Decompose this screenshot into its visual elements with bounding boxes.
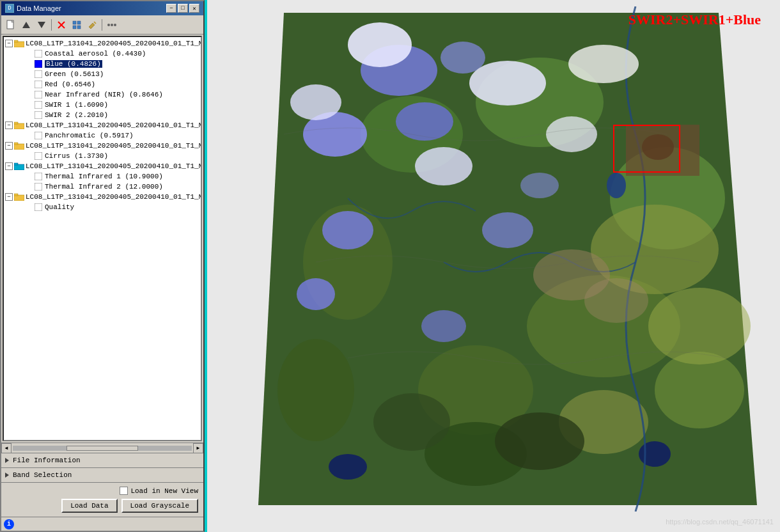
tree-node-cirrus[interactable]: Cirrus (1.3730) xyxy=(5,151,199,161)
tree-label-nir: Near Infrared (NIR) (0.8646) xyxy=(45,91,163,98)
tree-node-pan[interactable]: Panchromatic (0.5917) xyxy=(5,130,199,141)
band-icon-red xyxy=(33,80,43,89)
svg-rect-29 xyxy=(14,164,24,170)
tree-node-root3[interactable]: − LC08_L1TP_131041_20200405_20200410_01_… xyxy=(5,141,199,151)
new-view-checkbox[interactable] xyxy=(120,487,128,495)
svg-rect-27 xyxy=(14,143,18,145)
edit-button[interactable] xyxy=(85,18,99,32)
svg-rect-18 xyxy=(35,70,42,78)
tree-node-tir2[interactable]: Thermal Infrared 2 (12.0000) xyxy=(5,182,199,192)
new-view-checkbox-row: Load in New View xyxy=(120,487,198,495)
bottom-panels: File Information Band Selection xyxy=(1,453,203,483)
remove-button[interactable] xyxy=(54,18,68,32)
tree-label-cirrus: Cirrus (1.3730) xyxy=(45,152,108,160)
expander-root4[interactable]: − xyxy=(5,162,13,170)
tree-label-pan: Panchromatic (0.5917) xyxy=(45,132,134,139)
svg-point-47 xyxy=(648,288,751,364)
svg-rect-25 xyxy=(35,132,42,139)
status-bar: i xyxy=(1,517,203,531)
load-area: Load in New View Load Data Load Grayscal… xyxy=(1,483,203,517)
tree-node-tir1[interactable]: Thermal Infrared 1 (10.9000) xyxy=(5,171,199,182)
tree-area[interactable]: − LC08_L1TP_131041_20200405_20200410_01_… xyxy=(3,36,202,441)
scroll-right-button[interactable]: ▶ xyxy=(193,443,203,453)
horizontal-scrollbar[interactable]: ◀ ▶ xyxy=(1,442,203,453)
minimize-button[interactable]: − xyxy=(166,4,176,13)
new-view-label: Load in New View xyxy=(130,487,198,495)
load-buttons: Load Data Load Grayscale xyxy=(61,499,198,513)
file-info-header[interactable]: File Information xyxy=(1,453,203,467)
svg-rect-7 xyxy=(77,21,81,24)
folder-icon-root2 xyxy=(14,121,24,130)
band-icon-coastal xyxy=(33,49,43,58)
folder-icon-root3 xyxy=(14,141,24,150)
tree-node-root5[interactable]: − LC08_L1TP_131041_20200405_20200410_01_… xyxy=(5,192,199,202)
tree-label-swir2: SWIR 2 (2.2010) xyxy=(45,111,108,119)
svg-point-60 xyxy=(520,173,559,198)
new-file-button[interactable] xyxy=(4,18,18,32)
svg-point-11 xyxy=(107,24,110,26)
svg-rect-20 xyxy=(35,91,42,98)
svg-rect-9 xyxy=(77,26,81,29)
tree-label-red: Red (0.6546) xyxy=(45,81,95,88)
close-button[interactable]: ✕ xyxy=(189,4,199,13)
svg-rect-28 xyxy=(35,152,42,160)
tree-label-root3: LC08_L1TP_131041_20200405_20200410_01_T1… xyxy=(26,142,202,150)
tree-label-tir2: Thermal Infrared 2 (12.0000) xyxy=(45,183,163,191)
tree-label-root2: LC08_L1TP_131041_20200405_20200410_01_T1… xyxy=(26,121,202,129)
scroll-down-button[interactable] xyxy=(35,18,49,32)
band-selection-panel: Band Selection xyxy=(1,468,203,483)
svg-point-55 xyxy=(322,211,373,249)
band-selection-arrow-icon xyxy=(5,473,9,478)
scroll-left-button[interactable]: ◀ xyxy=(1,443,12,453)
tree-node-red[interactable]: Red (0.6546) xyxy=(5,79,199,90)
svg-rect-16 xyxy=(35,50,42,58)
tree-node-nir[interactable]: Near Infrared (NIR) (0.8646) xyxy=(5,90,199,100)
tree-label-root5: LC08_L1TP_131041_20200405_20200410_01_T1… xyxy=(26,193,202,201)
svg-rect-8 xyxy=(73,26,76,29)
tree-node-blue[interactable]: Blue (0.4826) xyxy=(5,59,199,69)
svg-point-62 xyxy=(469,61,546,106)
svg-line-10 xyxy=(94,22,96,24)
svg-point-58 xyxy=(482,212,533,248)
svg-rect-26 xyxy=(14,144,24,150)
scroll-thumb[interactable] xyxy=(66,446,138,451)
band-icon-tir2 xyxy=(33,182,43,191)
expander-root3[interactable]: − xyxy=(5,142,13,150)
tree-node-green[interactable]: Green (0.5613) xyxy=(5,69,199,79)
tree-label-tir1: Thermal Infrared 1 (10.9000) xyxy=(45,173,163,180)
svg-rect-14 xyxy=(14,42,24,47)
svg-point-61 xyxy=(348,22,412,67)
scroll-up-button[interactable] xyxy=(19,18,33,32)
load-data-button[interactable]: Load Data xyxy=(61,499,117,513)
tree-node-quality[interactable]: Quality xyxy=(5,202,199,212)
tree-node-swir2[interactable]: SWIR 2 (2.2010) xyxy=(5,110,199,120)
tree-node-root4[interactable]: − LC08_L1TP_131041_20200405_20200410_01_… xyxy=(5,161,199,171)
svg-point-59 xyxy=(421,310,466,342)
svg-marker-3 xyxy=(38,22,45,28)
svg-point-66 xyxy=(290,84,341,120)
tree-node-root2[interactable]: − LC08_L1TP_131041_20200405_20200410_01_… xyxy=(5,120,199,130)
folder-icon-root5 xyxy=(14,192,24,201)
more-button[interactable] xyxy=(105,18,119,32)
scroll-track[interactable] xyxy=(13,446,192,451)
expander-root1[interactable]: − xyxy=(5,40,13,47)
expander-root5[interactable]: − xyxy=(5,193,13,201)
expander-root2[interactable]: − xyxy=(5,121,13,129)
svg-rect-22 xyxy=(35,111,42,119)
properties-button[interactable] xyxy=(70,18,84,32)
tree-node-root1[interactable]: − LC08_L1TP_131041_20200405_20200410_01_… xyxy=(5,38,199,49)
title-bar-left: D Data Manager xyxy=(5,4,61,13)
info-icon: i xyxy=(4,519,14,529)
selection-rectangle xyxy=(613,125,680,173)
svg-marker-2 xyxy=(22,22,30,28)
svg-point-71 xyxy=(495,412,584,470)
band-selection-header[interactable]: Band Selection xyxy=(1,468,203,482)
svg-point-70 xyxy=(373,393,450,451)
tree-node-coastal[interactable]: Coastal aerosol (0.4430) xyxy=(5,49,199,59)
svg-rect-23 xyxy=(14,123,24,129)
title-bar: D Data Manager − □ ✕ xyxy=(1,1,203,15)
load-grayscale-button[interactable]: Load Grayscale xyxy=(121,499,198,513)
tree-node-swir1[interactable]: SWIR 1 (1.6090) xyxy=(5,100,199,110)
restore-button[interactable]: □ xyxy=(178,4,188,13)
file-info-arrow-icon xyxy=(5,458,9,463)
